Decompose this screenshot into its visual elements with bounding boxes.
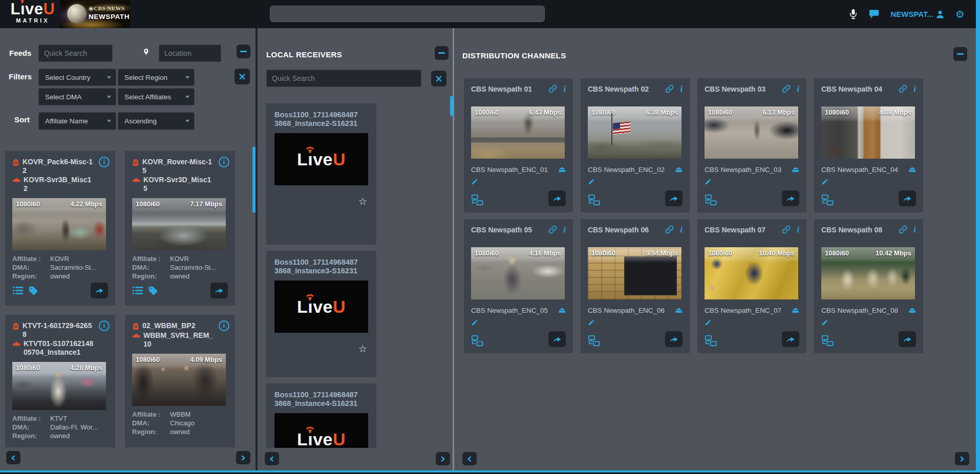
feeds-scrollbar-thumb[interactable]	[252, 147, 255, 212]
channel-card[interactable]: CBS Newspath 06 i 1080i60 9.94 Mbps CBS …	[581, 219, 690, 353]
page-scrollbar-thumb[interactable]	[976, 0, 980, 470]
edit-button[interactable]	[821, 178, 828, 185]
link-button[interactable]	[665, 84, 674, 93]
multiview-button[interactable]	[705, 194, 717, 206]
channels-page-next-button[interactable]: ›	[955, 452, 969, 465]
receiver-thumbnail[interactable]: LıveU	[274, 413, 368, 448]
channel-thumbnail[interactable]: 1080i60 4.16 Mbps	[471, 247, 565, 299]
route-channel-button[interactable]	[548, 331, 566, 347]
eject-icon[interactable]: ⏏	[558, 165, 566, 174]
route-feed-button[interactable]	[91, 283, 108, 298]
channel-thumbnail[interactable]: 1080i60 10.40 Mbps	[705, 247, 798, 299]
channel-card[interactable]: CBS Newspath 05 i 1080i60 4.16 Mbps CBS …	[464, 219, 573, 353]
route-channel-button[interactable]	[899, 331, 916, 347]
feed-thumbnail[interactable]: 1080i60 4.22 Mbps	[12, 198, 106, 250]
route-channel-button[interactable]	[548, 190, 566, 206]
feeds-quick-search-input[interactable]	[38, 45, 113, 62]
channel-thumbnail[interactable]: 1080i60 6.38 Mbps	[588, 106, 681, 159]
eject-icon[interactable]: ⏏	[792, 306, 799, 314]
info-icon[interactable]: i	[99, 320, 110, 331]
clear-filters-button[interactable]: ×	[235, 69, 250, 84]
channel-card[interactable]: CBS Newspath 08 i 1080i60 10.42 Mbps CBS…	[814, 219, 923, 353]
receivers-quick-search-input[interactable]	[266, 70, 421, 87]
edit-button[interactable]	[471, 178, 478, 185]
sort-order-dropdown[interactable]: Ascending	[118, 112, 195, 130]
multiview-button[interactable]	[821, 194, 834, 206]
channel-info-icon[interactable]: i	[564, 226, 566, 234]
link-button[interactable]	[782, 225, 791, 234]
feed-card[interactable]: KTVT-1-601729-62658 KTVT01-S107162148057…	[5, 315, 115, 447]
sort-by-dropdown[interactable]: Affiliate Name	[38, 112, 116, 130]
receivers-collapse-button[interactable]	[435, 46, 449, 60]
multiview-button[interactable]	[471, 194, 483, 206]
receiver-card[interactable]: Boss1100_17114968487 3868_Instance3-S162…	[266, 251, 376, 377]
feeds-collapse-button[interactable]	[237, 45, 250, 58]
user-menu[interactable]: NEWSPAT...	[890, 10, 944, 19]
receiver-card[interactable]: Boss1100_17114968487 3868_Instance4-S162…	[266, 383, 376, 448]
channel-info-icon[interactable]: i	[680, 85, 683, 93]
feed-thumbnail[interactable]: 1080i60 4.28 Mbps	[12, 362, 106, 410]
select-dma-dropdown[interactable]: Select DMA	[38, 88, 116, 105]
tag-button[interactable]	[148, 286, 158, 296]
receivers-page-prev-button[interactable]: ‹	[265, 452, 279, 465]
info-icon[interactable]: i	[219, 320, 229, 331]
channel-card[interactable]: CBS Newspath 04 i 1080i60 4.08 Mbps CBS …	[814, 78, 923, 212]
receiver-card[interactable]: Boss1100_17114968487 3868_Instance2-S162…	[266, 103, 376, 245]
chat-button[interactable]	[869, 9, 879, 19]
route-channel-button[interactable]	[665, 190, 683, 206]
channel-info-icon[interactable]: i	[564, 85, 566, 93]
feeds-location-input[interactable]	[159, 45, 221, 62]
channel-card[interactable]: CBS Newspath 07 i 1080i60 10.40 Mbps CBS…	[697, 219, 806, 353]
link-button[interactable]	[782, 84, 791, 93]
feed-card[interactable]: KOVR_Pack6-Misc-12 KOVR-Svr3B_Misc12 i 1…	[5, 151, 115, 306]
route-channel-button[interactable]	[665, 331, 683, 347]
eject-icon[interactable]: ⏏	[908, 165, 916, 174]
global-search-input[interactable]	[270, 6, 545, 22]
select-region-dropdown[interactable]: Select Region	[118, 69, 195, 86]
channels-page-prev-button[interactable]: ‹	[462, 452, 477, 465]
select-country-dropdown[interactable]: Select Country	[38, 69, 116, 86]
feed-card[interactable]: KOVR_Rover-Misc-15 KOVR-Svr3D_Misc15 i 1…	[125, 151, 235, 306]
multiview-button[interactable]	[705, 335, 717, 347]
select-affiliates-dropdown[interactable]: Select Affiliates	[118, 88, 195, 105]
link-button[interactable]	[548, 84, 557, 93]
edit-button[interactable]	[588, 178, 595, 185]
eject-icon[interactable]: ⏏	[908, 306, 916, 314]
multiview-button[interactable]	[821, 335, 834, 347]
route-feed-button[interactable]	[210, 283, 228, 298]
eject-icon[interactable]: ⏏	[675, 306, 683, 314]
channel-thumbnail[interactable]: 1080i60 6.13 Mbps	[705, 106, 798, 159]
multiview-button[interactable]	[471, 335, 483, 347]
link-button[interactable]	[899, 84, 907, 93]
multiview-button[interactable]	[588, 335, 600, 347]
receiver-thumbnail[interactable]: LıveU	[274, 133, 368, 185]
route-channel-button[interactable]	[782, 331, 799, 347]
settings-button[interactable]: ⚙	[955, 9, 965, 19]
receivers-page-next-button[interactable]: ›	[436, 452, 450, 465]
channel-info-icon[interactable]: i	[797, 85, 799, 93]
link-button[interactable]	[899, 225, 907, 234]
edit-button[interactable]	[588, 319, 595, 326]
link-button[interactable]	[665, 225, 674, 234]
channel-info-icon[interactable]: i	[797, 226, 799, 234]
channel-card[interactable]: CBS Newspath 01 i 1080i60 6.43 Mbps CBS …	[464, 78, 573, 212]
feeds-page-prev-button[interactable]: ‹	[6, 451, 20, 464]
link-button[interactable]	[548, 225, 557, 234]
favorite-star-icon[interactable]: ☆	[274, 344, 368, 354]
channel-thumbnail[interactable]: 1080i60 4.08 Mbps	[821, 106, 915, 159]
feed-card[interactable]: 02_WBBM_BP2 WBBM_SVR1_REM_10 i 1080i60 4…	[125, 315, 235, 447]
edit-button[interactable]	[821, 319, 828, 326]
edit-button[interactable]	[471, 319, 478, 326]
multiview-button[interactable]	[588, 194, 600, 206]
eject-icon[interactable]: ⏏	[558, 306, 566, 314]
tag-button[interactable]	[28, 286, 38, 296]
channel-thumbnail[interactable]: 1080i60 10.42 Mbps	[821, 247, 915, 299]
info-icon[interactable]: i	[99, 157, 110, 167]
info-icon[interactable]: i	[219, 157, 229, 167]
feed-thumbnail[interactable]: 1080i60 4.09 Mbps	[132, 354, 226, 406]
eject-icon[interactable]: ⏏	[792, 165, 799, 174]
details-list-button[interactable]	[12, 286, 24, 295]
channel-info-icon[interactable]: i	[914, 226, 916, 234]
channels-collapse-button[interactable]	[953, 47, 967, 61]
edit-button[interactable]	[705, 178, 712, 185]
